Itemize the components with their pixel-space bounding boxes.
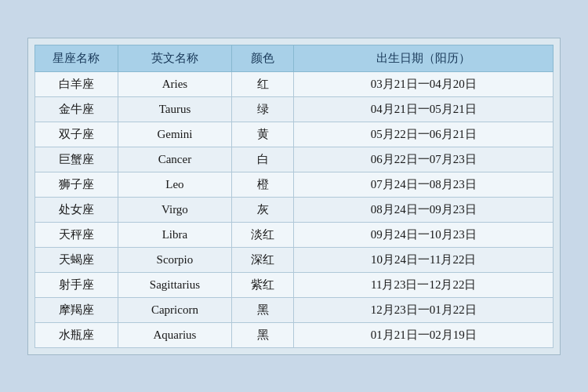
cell-color: 紫红 xyxy=(232,272,294,297)
cell-date: 10月24日一11月22日 xyxy=(294,247,554,272)
cell-date: 08月24日一09月23日 xyxy=(294,197,554,222)
cell-chinese: 白羊座 xyxy=(35,71,118,96)
header-english: 英文名称 xyxy=(118,45,231,71)
cell-english: Capricorn xyxy=(118,297,231,322)
cell-english: Virgo xyxy=(118,197,231,222)
cell-english: Gemini xyxy=(118,122,231,147)
cell-date: 04月21日一05月21日 xyxy=(294,96,554,122)
header-color: 颜色 xyxy=(232,45,294,71)
cell-english: Leo xyxy=(118,172,231,197)
cell-chinese: 处女座 xyxy=(35,197,118,222)
cell-chinese: 射手座 xyxy=(35,272,118,297)
table-row: 双子座Gemini黄05月22日一06月21日 xyxy=(35,122,554,147)
table-row: 金牛座Taurus绿04月21日一05月21日 xyxy=(35,96,554,122)
table-row: 白羊座Aries红03月21日一04月20日 xyxy=(35,71,554,96)
cell-chinese: 天蝎座 xyxy=(35,247,118,272)
cell-date: 12月23日一01月22日 xyxy=(294,297,554,322)
table-row: 天秤座Libra淡红09月24日一10月23日 xyxy=(35,222,554,247)
cell-chinese: 双子座 xyxy=(35,122,118,147)
cell-date: 01月21日一02月19日 xyxy=(294,322,554,347)
header-chinese: 星座名称 xyxy=(35,45,118,71)
table-row: 射手座Sagittarius紫红11月23日一12月22日 xyxy=(35,272,554,297)
table-row: 巨蟹座Cancer白06月22日一07月23日 xyxy=(35,147,554,172)
cell-color: 绿 xyxy=(232,96,294,122)
cell-english: Aries xyxy=(118,71,231,96)
cell-english: Taurus xyxy=(118,96,231,122)
table-header-row: 星座名称 英文名称 颜色 出生日期（阳历） xyxy=(35,45,554,71)
zodiac-table: 星座名称 英文名称 颜色 出生日期（阳历） 白羊座Aries红03月21日一04… xyxy=(34,45,554,348)
cell-color: 淡红 xyxy=(232,222,294,247)
cell-english: Aquarius xyxy=(118,322,231,347)
cell-date: 07月24日一08月23日 xyxy=(294,172,554,197)
cell-color: 白 xyxy=(232,147,294,172)
table-row: 天蝎座Scorpio深红10月24日一11月22日 xyxy=(35,247,554,272)
cell-english: Libra xyxy=(118,222,231,247)
cell-chinese: 巨蟹座 xyxy=(35,147,118,172)
table-row: 水瓶座Aquarius黑01月21日一02月19日 xyxy=(35,322,554,347)
cell-english: Sagittarius xyxy=(118,272,231,297)
cell-chinese: 天秤座 xyxy=(35,222,118,247)
cell-chinese: 狮子座 xyxy=(35,172,118,197)
table-row: 狮子座Leo橙07月24日一08月23日 xyxy=(35,172,554,197)
cell-color: 灰 xyxy=(232,197,294,222)
cell-color: 黑 xyxy=(232,297,294,322)
header-date: 出生日期（阳历） xyxy=(294,45,554,71)
table-row: 处女座Virgo灰08月24日一09月23日 xyxy=(35,197,554,222)
cell-english: Cancer xyxy=(118,147,231,172)
cell-date: 11月23日一12月22日 xyxy=(294,272,554,297)
cell-color: 红 xyxy=(232,71,294,96)
cell-color: 黑 xyxy=(232,322,294,347)
cell-chinese: 摩羯座 xyxy=(35,297,118,322)
cell-chinese: 水瓶座 xyxy=(35,322,118,347)
cell-date: 05月22日一06月21日 xyxy=(294,122,554,147)
table-row: 摩羯座Capricorn黑12月23日一01月22日 xyxy=(35,297,554,322)
zodiac-table-container: 星座名称 英文名称 颜色 出生日期（阳历） 白羊座Aries红03月21日一04… xyxy=(27,38,561,355)
cell-color: 深红 xyxy=(232,247,294,272)
cell-chinese: 金牛座 xyxy=(35,96,118,122)
cell-english: Scorpio xyxy=(118,247,231,272)
cell-date: 09月24日一10月23日 xyxy=(294,222,554,247)
cell-color: 黄 xyxy=(232,122,294,147)
cell-color: 橙 xyxy=(232,172,294,197)
cell-date: 03月21日一04月20日 xyxy=(294,71,554,96)
cell-date: 06月22日一07月23日 xyxy=(294,147,554,172)
